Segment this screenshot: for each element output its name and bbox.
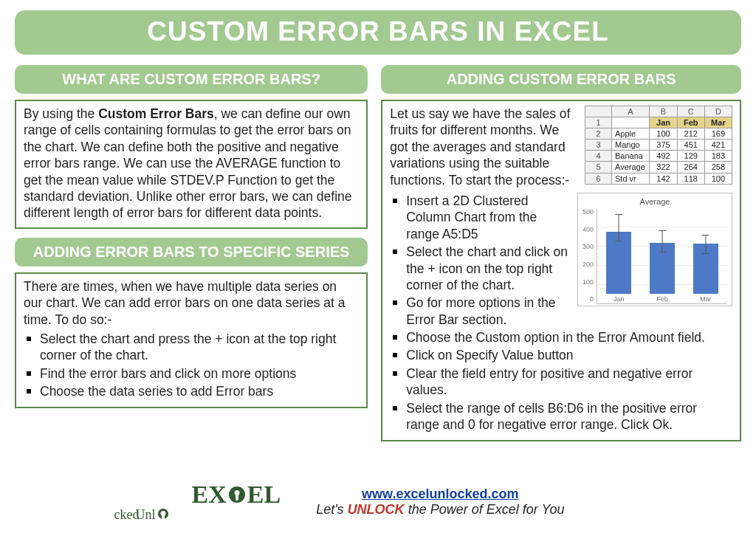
left-column: WHAT ARE CUSTOM ERROR BARS? By using the…	[15, 65, 368, 441]
tag-post: the Power of Excel for You	[405, 502, 565, 517]
page-title-bar: CUSTOM ERROR BARS IN EXCEL	[15, 10, 741, 55]
section-head-what: WHAT ARE CUSTOM ERROR BARS?	[15, 65, 368, 94]
tag-unlock: UNLOCK	[348, 502, 405, 517]
adding-steps: Insert a 2D Clustered Column Chart from …	[390, 193, 732, 433]
box-specific: There are times, when we have multiple d…	[15, 272, 368, 409]
page-title: CUSTOM ERROR BARS IN EXCEL	[15, 16, 741, 47]
list-item: Choose the data series to add Error bars	[40, 383, 359, 399]
table-rownum: 1	[585, 117, 612, 128]
section-head-specific: ADDING ERROR BARS TO SPECIFIC SERIES	[15, 238, 368, 266]
footer-tagline: www.excelunlocked.com Let's UNLOCK the P…	[316, 486, 564, 517]
what-text-pre: By using the	[24, 106, 98, 121]
table-cell: Jan	[650, 117, 677, 128]
right-column: ADDING CUSTOM ERROR BARS Let us say we h…	[381, 65, 741, 441]
tag-pre: Let's	[316, 502, 347, 517]
section-head-adding: ADDING CUSTOM ERROR BARS	[381, 65, 741, 94]
specific-steps: Select the chart and press the + icon at…	[24, 331, 359, 400]
what-text-bold: Custom Error Bars	[98, 106, 214, 121]
list-item: Select the chart and press the + icon at…	[40, 331, 359, 364]
list-item: Click on Specify Value button	[406, 347, 732, 363]
table-colhdr: A	[612, 106, 650, 117]
table-colhdr: B	[650, 106, 677, 117]
what-text-post: , we can define our own range of cells c…	[24, 106, 352, 220]
data-table: A B C D 1 Jan Feb Mar 2Apple100212169 3M…	[585, 106, 732, 185]
content-columns: WHAT ARE CUSTOM ERROR BARS? By using the…	[15, 65, 741, 441]
specific-intro: There are times, when we have multiple d…	[24, 278, 359, 328]
brand-logo: EXEL Unlcked	[192, 481, 281, 523]
keyhole-icon	[229, 486, 245, 503]
box-what: By using the Custom Error Bars, we can d…	[15, 100, 368, 229]
table-cell: Mar	[704, 117, 732, 128]
list-item: Clear the field entry for positive and n…	[406, 365, 732, 399]
list-item: Insert a 2D Clustered Column Chart from …	[406, 193, 732, 242]
box-adding: Let us say we have the sales of fruits f…	[381, 100, 741, 441]
footer: EXEL Unlcked www.excelunlocked.com Let's…	[0, 481, 756, 523]
table-cell	[612, 117, 650, 128]
intro-row: Let us say we have the sales of fruits f…	[390, 106, 732, 188]
list-item: Choose the Custom option in the Error Am…	[406, 329, 732, 345]
table-colhdr: D	[704, 106, 732, 117]
list-item: Go for more options in the Error Bar sec…	[406, 295, 732, 328]
list-item: Select the range of cells B6:D6 in the p…	[406, 400, 732, 433]
table-cell: Feb	[677, 117, 704, 128]
list-item: Find the error bars and click on more op…	[40, 365, 359, 382]
adding-intro: Let us say we have the sales of fruits f…	[390, 106, 579, 188]
table-corner	[585, 106, 612, 117]
website-link[interactable]: www.excelunlocked.com	[362, 486, 518, 501]
table-colhdr: C	[677, 106, 704, 117]
keyhole-icon	[158, 509, 168, 519]
list-item: Select the chart and click on the + icon…	[406, 244, 732, 293]
